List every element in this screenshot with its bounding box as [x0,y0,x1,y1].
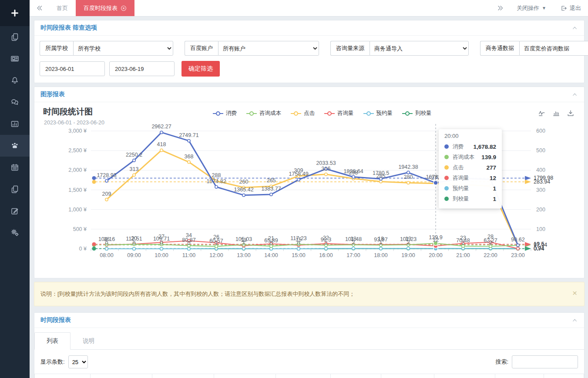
filter-panel: 时间段报表 筛查选项 所属学校所有学校百度账户所有账户咨询量来源商务通导入商务通… [34,20,585,83]
column-header-9[interactable]: 点击率▲▼ [544,374,584,378]
column-header-4[interactable]: 咨询量▲▼ [276,374,331,378]
legend-marker-icon [324,111,335,116]
legend-item-0[interactable]: 消费 [213,110,237,117]
svg-text:1828.64: 1828.64 [343,168,363,174]
page-size-select[interactable]: 25 [68,355,88,368]
sidebar-add-button[interactable] [0,0,30,26]
notice-text: 说明：[到校量]统计方法为该时间段内所有咨询人数，其中有到校的人数；请注意区别与… [40,291,355,297]
legend-item-1[interactable]: 咨询成本 [246,110,281,117]
report-panel-header: 时间段报表 [34,313,584,328]
close-operations-dropdown[interactable]: 关闭操作 ▼ [510,0,553,16]
tabs-scroll-left-button[interactable] [30,0,49,16]
svg-text:209: 209 [102,191,111,197]
report-collapse-button[interactable] [571,317,578,324]
sidebar-item-1[interactable] [0,48,30,70]
series-dot-icon [444,176,449,180]
series-dot-icon [444,165,449,170]
sidebar [0,0,30,378]
svg-text:15:00: 15:00 [292,252,305,258]
tooltip-row: 消费1,678.82 [444,141,496,152]
page-size-control: 显示条数: 25 [40,355,88,368]
sidebar-item-4[interactable] [0,113,30,135]
search-input[interactable] [512,355,578,368]
page-size-label: 显示条数: [40,358,65,366]
sidebar-item-5[interactable] [0,135,30,157]
legend-label: 点击 [304,110,315,117]
svg-text:23:00: 23:00 [511,252,524,258]
chart-collapse-button[interactable] [571,91,578,98]
date-from-input[interactable] [40,61,105,76]
filter-date-row: 确定筛选 [40,61,579,77]
svg-text:105.03: 105.03 [235,236,252,242]
svg-text:139.9: 139.9 [429,234,442,241]
chevrons-right-icon [497,4,504,12]
svg-text:90.62: 90.62 [511,237,524,243]
filter-collapse-button[interactable] [571,25,578,31]
legend-item-4[interactable]: 预约量 [363,110,393,117]
column-header-3[interactable]: 点击合计▲▼ [214,374,276,378]
report-table: 时间段▲▼消费合计▲▼展现合计▲▼点击合计▲▼咨询量▲▼预约量▲▼到校量▲▼咨询… [34,374,584,378]
tooltip-series-name: 预约量 [453,185,469,192]
svg-text:101.48: 101.48 [345,236,362,242]
table-header-row: 时间段▲▼消费合计▲▼展现合计▲▼点击合计▲▼咨询量▲▼预约量▲▼到校量▲▼咨询… [35,374,584,378]
sidebar-item-8[interactable] [0,200,30,222]
column-header-6[interactable]: 到校量▲▼ [381,374,434,378]
report-tab-0[interactable]: 列表 [34,332,71,350]
column-header-7[interactable]: 咨询成本▲▼ [434,374,495,378]
download-icon-button[interactable] [567,109,575,117]
logout-label: 退出 [570,4,581,12]
legend-item-5[interactable]: 到校量 [402,110,432,117]
tooltip-row: 咨询成本139.9 [444,152,496,162]
tab-0[interactable]: 首页 [49,0,76,16]
svg-text:17:00: 17:00 [346,252,360,258]
tooltip-row: 点击277 [444,162,496,173]
svg-text:2,500 ¥: 2,500 ¥ [68,147,87,154]
sidebar-item-2[interactable] [0,70,30,91]
filter-select-3[interactable]: 百度竞价咨询数据 [519,41,588,56]
column-header-1[interactable]: 消费合计▲▼ [91,374,152,378]
topbar-actions: 关闭操作 ▼ 退出 [491,0,588,16]
report-tab-1[interactable]: 说明 [71,332,107,350]
tab-close-icon[interactable] [121,5,127,11]
legend-marker-icon [291,111,301,116]
column-header-0[interactable]: 时间段▲▼ [35,374,91,378]
chart-panel-header: 图形报表 [34,87,584,102]
filter-select-2[interactable]: 商务通导入 [370,41,469,56]
confirm-filter-button[interactable]: 确定筛选 [181,61,220,77]
sidebar-item-9[interactable] [0,222,30,244]
sidebar-item-0[interactable] [0,26,30,48]
svg-text:109.71: 109.71 [153,236,170,242]
svg-text:283.94: 283.94 [534,179,550,185]
column-header-8[interactable]: 咨询率▲▼ [495,374,544,378]
svg-text:0.74: 0.74 [534,246,544,252]
calendar-icon [10,163,19,172]
sidebar-item-3[interactable] [0,91,30,113]
notice-close-icon[interactable]: × [572,289,577,297]
filter-group-1: 百度账户所有账户 [185,41,319,56]
column-header-2[interactable]: 展现合计▲▼ [152,374,214,378]
logout-button[interactable]: 退出 [553,0,588,16]
bar-chart-toggle-button[interactable] [552,109,560,117]
svg-text:13:00: 13:00 [237,252,250,258]
legend-item-2[interactable]: 点击 [291,110,315,117]
tab-1[interactable]: 百度时段报表 [76,0,134,16]
sidebar-item-6[interactable] [0,157,30,178]
line-chart-toggle-button[interactable] [538,109,546,117]
svg-text:2749.71: 2749.71 [179,132,198,138]
legend-label: 消费 [226,110,237,117]
filter-select-0[interactable]: 所有学校 [73,41,173,56]
svg-text:70.48: 70.48 [456,238,470,244]
tooltip-series-value: 12 [490,175,496,181]
filter-panel-header: 时间段报表 筛查选项 [34,20,584,36]
date-to-input[interactable] [109,61,175,76]
tabs-scroll-right-button[interactable] [491,0,510,16]
caret-down-icon: ▼ [542,6,546,10]
chart-legend: 消费咨询成本点击咨询量预约量到校量 [213,110,432,117]
column-header-5[interactable]: 预约量▲▼ [331,374,381,378]
legend-item-3[interactable]: 咨询量 [324,110,354,117]
filter-group-0: 所属学校所有学校 [40,41,173,56]
svg-text:08:00: 08:00 [100,252,113,258]
filter-select-1[interactable]: 所有账户 [218,41,319,56]
sidebar-item-7[interactable] [0,178,30,200]
gears-icon [10,228,19,237]
